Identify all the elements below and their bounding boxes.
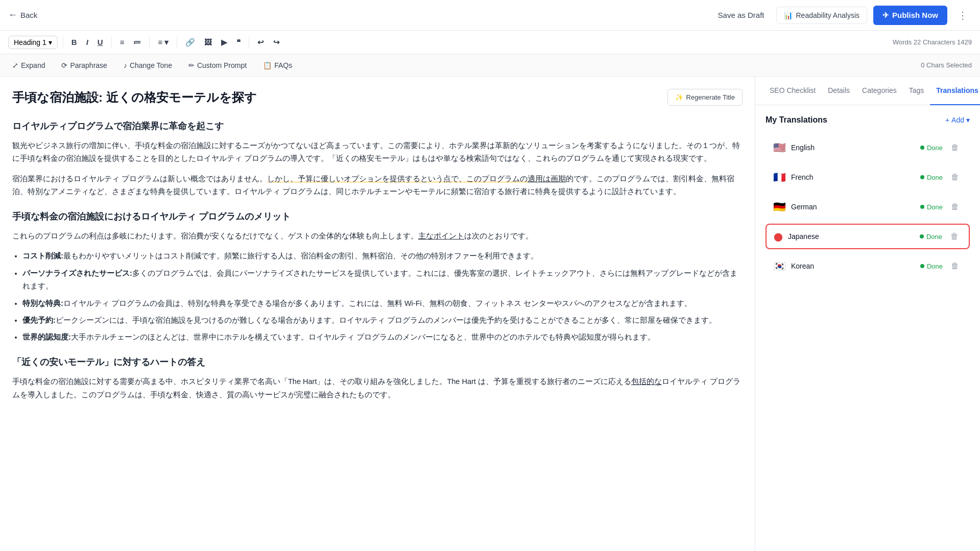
ai-toolbar-left: ⤢ Expand ⟳ Paraphrase ♪ Change Tone ✏ Cu… [8, 59, 296, 71]
german-lang-name: German [791, 203, 817, 211]
translation-right-korean: Done 🗑 [920, 260, 962, 272]
japanese-delete-button[interactable]: 🗑 [947, 231, 962, 242]
translation-right-japanese: Done 🗑 [920, 231, 962, 242]
benefits-list: コスト削減:最もわかりやすいメリットはコスト削減です。頻繁に旅行する人は、宿泊料… [12, 250, 743, 344]
change-tone-button[interactable]: ♪ Change Tone [119, 59, 176, 71]
back-arrow-icon: ← [8, 10, 17, 20]
german-status-dot [920, 205, 924, 209]
link-button[interactable]: 🔗 [182, 36, 198, 49]
regenerate-icon: ✨ [675, 93, 683, 101]
main-layout: 手頃な宿泊施設: 近くの格安モーテルを探す ✨ Regenerate Title… [0, 77, 980, 551]
toolbar-separator-1 [63, 37, 63, 47]
publish-icon: ✈ [882, 11, 889, 20]
paraphrase-button[interactable]: ⟳ Paraphrase [57, 59, 111, 71]
bullet2-label: パーソナライズされたサービス: [22, 269, 132, 277]
bullet4-text: ピークシーズンには、手頃な宿泊施設を見つけるのが難しくなる場合があります。ロイヤ… [56, 316, 716, 324]
list-item-1: コスト削減:最もわかりやすいメリットはコスト削減です。頻繁に旅行する人は、宿泊料… [22, 250, 743, 262]
translations-title: My Translations [766, 115, 827, 125]
image-button[interactable]: 🖼 [201, 36, 215, 49]
toolbar-separator-3 [149, 37, 150, 47]
heading-2: 手頃な料金の宿泊施設におけるロイヤルティ プログラムのメリット [12, 209, 743, 225]
translation-left-japanese: ⬤ Japanese [774, 232, 819, 242]
regenerate-label: Regenerate Title [686, 93, 735, 101]
japanese-flag-icon: ⬤ [774, 232, 783, 242]
french-status-dot [920, 175, 924, 179]
bullet5-text: 大手ホテルチェーンのほとんどは、世界中にホテルを構えています。ロイヤルティ プロ… [71, 333, 655, 341]
heading-1: ロイヤルティプログラムで宿泊業界に革命を起こす [12, 118, 743, 135]
tab-translations[interactable]: Translations [930, 77, 980, 105]
translation-left-french: 🇫🇷 French [773, 171, 814, 183]
french-delete-button[interactable]: 🗑 [948, 172, 962, 183]
bold-button[interactable]: B [68, 36, 80, 49]
faqs-button[interactable]: 📋 FAQs [259, 59, 296, 71]
underline-button[interactable]: U [94, 36, 106, 49]
article-title[interactable]: 手頃な宿泊施設: 近くの格安モーテルを探す [12, 89, 659, 106]
bullet3-text: ロイヤルティ プログラムの会員は、特別な特典を享受できる場合が多くあります。これ… [63, 299, 692, 307]
publish-label: Publish Now [892, 11, 938, 19]
back-button[interactable]: ← Back [8, 10, 37, 20]
add-label: Add [951, 116, 964, 124]
panel-content: My Translations + Add ▾ 🇺🇸 English Done [755, 105, 980, 551]
editor-content[interactable]: ロイヤルティプログラムで宿泊業界に革命を起こす 観光やビジネス旅行の増加に伴い、… [12, 118, 743, 401]
right-panel: SEO Checklist Details Categories Tags Tr… [755, 77, 980, 551]
numbered-list-button[interactable]: ≔ [130, 36, 144, 49]
italic-button[interactable]: I [83, 36, 91, 49]
english-delete-button[interactable]: 🗑 [948, 142, 962, 153]
quote-button[interactable]: ❝ [233, 36, 244, 49]
korean-flag-icon: 🇰🇷 [773, 260, 786, 272]
translations-header: My Translations + Add ▾ [766, 115, 970, 125]
more-options-button[interactable]: ⋮ [953, 7, 972, 23]
align-button[interactable]: ≡ ▾ [155, 36, 172, 49]
german-delete-button[interactable]: 🗑 [948, 201, 962, 212]
formatting-toolbar: Heading 1 ▾ B I U ≡ ≔ ≡ ▾ 🔗 🖼 ▶ ❝ ↩ ↪ Wo… [0, 31, 980, 54]
translation-left-english: 🇺🇸 English [773, 141, 815, 154]
undo-button[interactable]: ↩ [254, 36, 267, 49]
translation-item-korean: 🇰🇷 Korean Done 🗑 [766, 253, 970, 279]
video-button[interactable]: ▶ [218, 36, 230, 49]
publish-button[interactable]: ✈ Publish Now [873, 6, 947, 25]
korean-delete-button[interactable]: 🗑 [948, 260, 962, 272]
add-translation-button[interactable]: + Add ▾ [945, 116, 970, 124]
toolbar-separator-4 [177, 37, 177, 47]
change-tone-label: Change Tone [130, 61, 172, 69]
paragraph-3: これらのプログラムの利点は多岐にわたります。宿泊費が安くなるだけでなく、ゲストの… [12, 230, 743, 243]
tab-tags[interactable]: Tags [903, 77, 930, 105]
top-bar-right: Save as Draft 📊 Readability Analysis ✈ P… [712, 6, 972, 25]
paraphrase-label: Paraphrase [70, 61, 107, 69]
tab-details[interactable]: Details [822, 77, 856, 105]
japanese-lang-name: Japanese [788, 232, 819, 241]
custom-prompt-icon: ✏ [188, 61, 195, 69]
french-flag-icon: 🇫🇷 [773, 171, 786, 183]
heading-select[interactable]: Heading 1 ▾ [8, 36, 58, 49]
translation-item-german: 🇩🇪 German Done 🗑 [766, 194, 970, 220]
japanese-status-dot [920, 234, 924, 238]
chars-selected: 0 Chars Selected [921, 61, 972, 69]
tab-seo-checklist[interactable]: SEO Checklist [763, 77, 822, 105]
save-draft-button[interactable]: Save as Draft [712, 7, 771, 23]
korean-status: Done [920, 262, 943, 270]
english-lang-name: English [791, 143, 815, 152]
editor-area[interactable]: 手頃な宿泊施設: 近くの格安モーテルを探す ✨ Regenerate Title… [0, 77, 755, 551]
regenerate-title-button[interactable]: ✨ Regenerate Title [667, 89, 743, 106]
custom-prompt-button[interactable]: ✏ Custom Prompt [184, 59, 251, 71]
english-status: Done [920, 144, 943, 152]
back-label: Back [20, 11, 37, 19]
french-lang-name: French [791, 173, 814, 181]
redo-button[interactable]: ↪ [270, 36, 283, 49]
tab-categories[interactable]: Categories [856, 77, 903, 105]
bullet-list-button[interactable]: ≡ [117, 36, 128, 49]
add-icon: + [945, 116, 949, 124]
english-status-dot [920, 146, 924, 150]
readability-button[interactable]: 📊 Readability Analysis [776, 7, 867, 24]
translation-left-german: 🇩🇪 German [773, 201, 817, 213]
readability-label: Readability Analysis [796, 11, 859, 19]
translation-right-german: Done 🗑 [920, 201, 962, 212]
expand-icon: ⤢ [12, 61, 18, 69]
ai-toolbar: ⤢ Expand ⟳ Paraphrase ♪ Change Tone ✏ Cu… [0, 54, 980, 77]
korean-status-dot [920, 264, 924, 268]
expand-button[interactable]: ⤢ Expand [8, 59, 49, 71]
list-item-3: 特別な特典:ロイヤルティ プログラムの会員は、特別な特典を享受できる場合が多くあ… [22, 297, 743, 310]
translation-item-french: 🇫🇷 French Done 🗑 [766, 164, 970, 190]
readability-icon: 📊 [784, 11, 793, 19]
translation-right-english: Done 🗑 [920, 142, 962, 153]
